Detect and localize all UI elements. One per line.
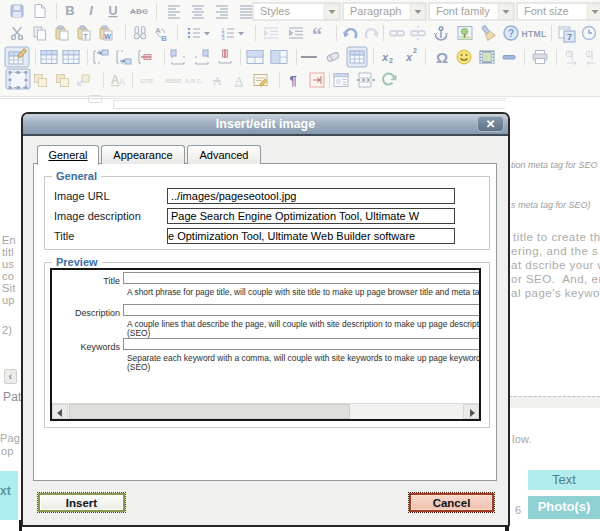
svg-text:x: x — [405, 51, 413, 63]
svg-text:7: 7 — [567, 32, 572, 42]
svg-text:ABBR: ABBR — [165, 78, 182, 84]
svg-text:Font size: Font size — [524, 5, 569, 17]
svg-text:2: 2 — [413, 47, 417, 54]
svg-text:W: W — [104, 33, 111, 40]
svg-text:A: A — [213, 74, 222, 88]
svg-text:Styles: Styles — [260, 5, 290, 17]
svg-text:A.B.C.: A.B.C. — [185, 78, 203, 84]
svg-text:B: B — [65, 3, 74, 18]
svg-text:x: x — [381, 51, 389, 63]
svg-text:T: T — [83, 33, 88, 40]
svg-text:CITE: CITE — [140, 78, 153, 84]
svg-text:“: “ — [312, 24, 322, 46]
svg-text:U: U — [108, 4, 117, 18]
svg-text:¶: ¶ — [289, 73, 296, 88]
svg-text:HTML: HTML — [522, 29, 547, 39]
svg-text:ABC: ABC — [130, 7, 148, 16]
svg-text:Paragraph: Paragraph — [350, 5, 401, 17]
svg-text:Ω: Ω — [436, 49, 448, 66]
svg-text:2: 2 — [389, 57, 393, 64]
svg-text:?: ? — [508, 28, 514, 39]
svg-text:I: I — [89, 3, 93, 18]
svg-text:A: A — [235, 74, 244, 88]
svg-text:Font family: Font family — [436, 5, 490, 17]
svg-text:3: 3 — [221, 35, 225, 41]
svg-text:A: A — [119, 77, 125, 87]
svg-text:B: B — [161, 34, 167, 43]
